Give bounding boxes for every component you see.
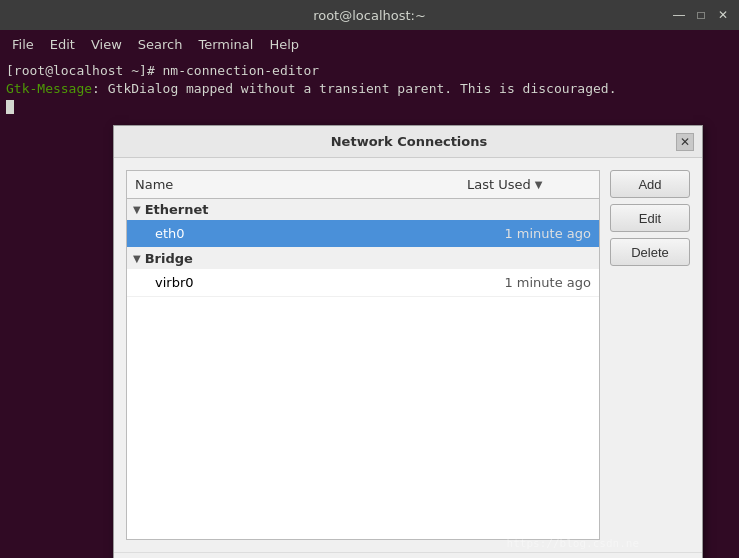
menu-terminal[interactable]: Terminal: [190, 35, 261, 54]
dialog-close-icon-button[interactable]: ✕: [676, 133, 694, 151]
section-ethernet[interactable]: ▼ Ethernet: [127, 199, 599, 220]
terminal-line1: [root@localhost ~]# nm-connection-editor: [6, 62, 733, 80]
minimize-button[interactable]: —: [671, 7, 687, 23]
dialog-titlebar: Network Connections ✕: [114, 126, 702, 158]
section-bridge-label: Bridge: [145, 251, 193, 266]
terminal-gtk-message: Message: [37, 81, 92, 96]
terminal-cursor: [6, 100, 14, 114]
menu-file[interactable]: File: [4, 35, 42, 54]
dialog-title: Network Connections: [142, 134, 676, 149]
terminal-prompt: [root@localhost ~]# nm-connection-editor: [6, 63, 319, 78]
col-header-name: Name: [127, 177, 459, 192]
menu-help[interactable]: Help: [261, 35, 307, 54]
dialog-bottom-bar: Close: [114, 552, 702, 558]
delete-button[interactable]: Delete: [610, 238, 690, 266]
maximize-button[interactable]: □: [693, 7, 709, 23]
dialog-action-buttons: Add Edit Delete: [610, 170, 690, 540]
terminal-menubar: File Edit View Search Terminal Help: [0, 30, 739, 58]
terminal-gtk-suffix: : GtkDialog mapped without a transient p…: [92, 81, 616, 96]
dialog-content: Name Last Used ▼ ▼ Ethernet eth0 1 minut…: [114, 158, 702, 552]
section-ethernet-label: Ethernet: [145, 202, 209, 217]
col-header-lastused: Last Used ▼: [459, 177, 599, 192]
section-bridge[interactable]: ▼ Bridge: [127, 248, 599, 269]
watermark: https://blog.csdn.ne: [507, 537, 639, 550]
terminal-cursor-line: [6, 98, 733, 116]
edit-button[interactable]: Edit: [610, 204, 690, 232]
terminal-title: root@localhost:~: [68, 8, 671, 23]
menu-search[interactable]: Search: [130, 35, 191, 54]
terminal-titlebar: root@localhost:~ — □ ✕: [0, 0, 739, 30]
connection-lastused-virbr0: 1 minute ago: [459, 275, 599, 290]
terminal-close-button[interactable]: ✕: [715, 7, 731, 23]
connection-row-eth0[interactable]: eth0 1 minute ago: [127, 220, 599, 248]
connection-lastused-eth0: 1 minute ago: [459, 226, 599, 241]
connection-name-eth0: eth0: [151, 226, 459, 241]
terminal-line2: Gtk-Message: GtkDialog mapped without a …: [6, 80, 733, 98]
connection-name-virbr0: virbr0: [151, 275, 459, 290]
ethernet-collapse-icon: ▼: [133, 204, 141, 215]
table-header: Name Last Used ▼: [127, 171, 599, 199]
add-button[interactable]: Add: [610, 170, 690, 198]
sort-arrow-icon: ▼: [535, 179, 543, 190]
terminal-controls: — □ ✕: [671, 7, 731, 23]
connection-row-virbr0[interactable]: virbr0 1 minute ago: [127, 269, 599, 297]
menu-edit[interactable]: Edit: [42, 35, 83, 54]
connections-table: Name Last Used ▼ ▼ Ethernet eth0 1 minut…: [126, 170, 600, 540]
bridge-collapse-icon: ▼: [133, 253, 141, 264]
menu-view[interactable]: View: [83, 35, 130, 54]
network-connections-dialog: Network Connections ✕ Name Last Used ▼ ▼…: [113, 125, 703, 558]
terminal-gtk-prefix: Gtk-: [6, 81, 37, 96]
